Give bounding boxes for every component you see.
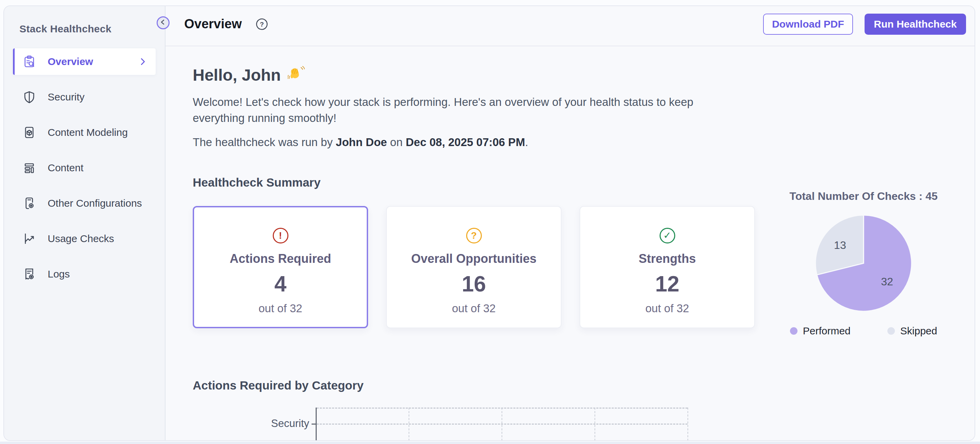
run-by-prefix: The healthcheck was run by <box>193 136 332 148</box>
sidebar-item-label: Content <box>48 162 83 173</box>
page-title: Overview <box>184 16 242 32</box>
legend-dot-skipped <box>888 327 895 335</box>
sidebar-item-usage-checks[interactable]: Usage Checks <box>13 225 156 252</box>
run-by-connector: on <box>390 136 403 148</box>
question-circle-icon: ? <box>466 228 482 243</box>
sidebar-item-label: Logs <box>48 268 70 280</box>
card-strengths[interactable]: ✓ Strengths 12 out of 32 <box>579 206 755 328</box>
sidebar-item-label: Security <box>48 91 84 103</box>
waving-hand-emoji <box>288 65 305 85</box>
sidebar: Stack Healthcheck Overview <box>4 6 165 440</box>
page-header: Overview ? Download PDF Run Healthcheck <box>165 6 975 46</box>
category-heading: Actions Required by Category <box>193 379 975 392</box>
card-value: 4 <box>274 273 287 295</box>
sidebar-item-content-modeling[interactable]: Content Modeling <box>13 119 156 146</box>
legend-item-skipped[interactable]: Skipped <box>888 325 937 337</box>
sidebar-title: Stack Healthcheck <box>19 23 111 35</box>
chart-row-gridline <box>317 423 687 425</box>
legend-item-performed[interactable]: Performed <box>790 325 851 337</box>
alert-glyph: ! <box>279 231 282 240</box>
check-glyph: ✓ <box>663 231 671 240</box>
sidebar-item-label: Usage Checks <box>48 233 114 245</box>
card-label: Actions Required <box>229 251 331 266</box>
sidebar-collapse-button[interactable] <box>157 16 170 29</box>
run-by-datetime: Dec 08, 2025 07:06 PM <box>406 136 525 148</box>
card-value: 12 <box>655 273 679 295</box>
card-label: Overall Opportunities <box>411 251 536 266</box>
page-content: Hello, John Welcome! Le <box>165 47 975 440</box>
card-actions-required[interactable]: ! Actions Required 4 out of 32 <box>193 206 368 328</box>
checks-pie-chart: 13 32 <box>814 213 913 313</box>
category-chart-section: Actions Required by Category Security <box>193 379 975 441</box>
line-chart-icon <box>22 232 36 245</box>
download-pdf-button[interactable]: Download PDF <box>763 14 853 35</box>
main-panel: Overview ? Download PDF Run Healthcheck … <box>165 6 975 440</box>
sidebar-item-label: Overview <box>48 56 93 67</box>
document-cube-icon <box>22 126 36 139</box>
checks-pie-panel: Total Number Of Checks : 45 13 32 Perfor… <box>778 176 949 337</box>
document-gear-icon <box>22 196 36 210</box>
summary-section: Healthcheck Summary ! Actions Required 4… <box>193 176 975 337</box>
question-glyph: ? <box>471 231 477 240</box>
svg-text:?: ? <box>260 21 264 28</box>
chart-plot-area: Security <box>316 407 687 441</box>
card-label: Strengths <box>638 251 696 266</box>
legend-dot-performed <box>790 327 797 335</box>
alert-circle-icon: ! <box>273 228 288 243</box>
log-gear-icon <box>22 267 36 281</box>
greeting-text: Hello, John <box>193 66 281 84</box>
summary-cards-column: Healthcheck Summary ! Actions Required 4… <box>193 176 756 328</box>
sidebar-item-logs[interactable]: Logs <box>13 261 156 287</box>
run-by-suffix: . <box>525 136 528 148</box>
sidebar-item-security[interactable]: Security <box>13 84 156 110</box>
check-circle-icon: ✓ <box>660 228 675 243</box>
card-caption: out of 32 <box>258 302 302 315</box>
card-caption: out of 32 <box>452 302 495 315</box>
shield-icon <box>22 90 36 104</box>
chevron-left-icon <box>160 19 167 27</box>
run-healthcheck-button[interactable]: Run Healthcheck <box>865 14 966 35</box>
content-rows-icon <box>22 161 36 175</box>
legend-label: Performed <box>803 325 851 337</box>
sidebar-item-label: Content Modeling <box>48 127 128 138</box>
axis-tick <box>312 423 317 425</box>
sidebar-item-content[interactable]: Content <box>13 154 156 181</box>
pie-title: Total Number Of Checks : 45 <box>789 189 937 202</box>
run-by-text: The healthcheck was run by John Doe on D… <box>193 134 975 150</box>
card-value: 16 <box>462 273 486 295</box>
legend-label: Skipped <box>900 325 937 337</box>
category-axis-label: Security <box>271 417 309 430</box>
summary-cards: ! Actions Required 4 out of 32 ? Overall… <box>193 206 756 328</box>
pie-label-skipped: 13 <box>834 239 846 251</box>
welcome-text: Welcome! Let's check how your stack is p… <box>193 94 721 126</box>
card-overall-opportunities[interactable]: ? Overall Opportunities 16 out of 32 <box>386 206 562 328</box>
sidebar-item-other-configurations[interactable]: Other Configurations <box>13 190 156 216</box>
pie-label-performed: 32 <box>881 275 893 288</box>
greeting-heading: Hello, John <box>193 65 975 84</box>
help-icon[interactable]: ? <box>256 18 268 30</box>
pie-legend: Performed Skipped <box>790 325 937 337</box>
page-bottom-strip <box>0 442 980 444</box>
header-actions: Download PDF Run Healthcheck <box>763 14 966 35</box>
chart-vertical-gridline <box>687 407 688 441</box>
app-frame: Stack Healthcheck Overview <box>3 5 975 441</box>
summary-heading: Healthcheck Summary <box>193 176 756 189</box>
card-caption: out of 32 <box>645 302 689 315</box>
clipboard-search-icon <box>22 55 36 68</box>
sidebar-item-label: Other Configurations <box>48 197 142 209</box>
sidebar-nav: Overview Security <box>13 48 156 296</box>
category-bar-chart: Security <box>193 407 975 441</box>
chevron-right-icon <box>140 58 146 65</box>
sidebar-item-overview[interactable]: Overview <box>13 48 156 75</box>
run-by-name: John Doe <box>336 136 387 148</box>
